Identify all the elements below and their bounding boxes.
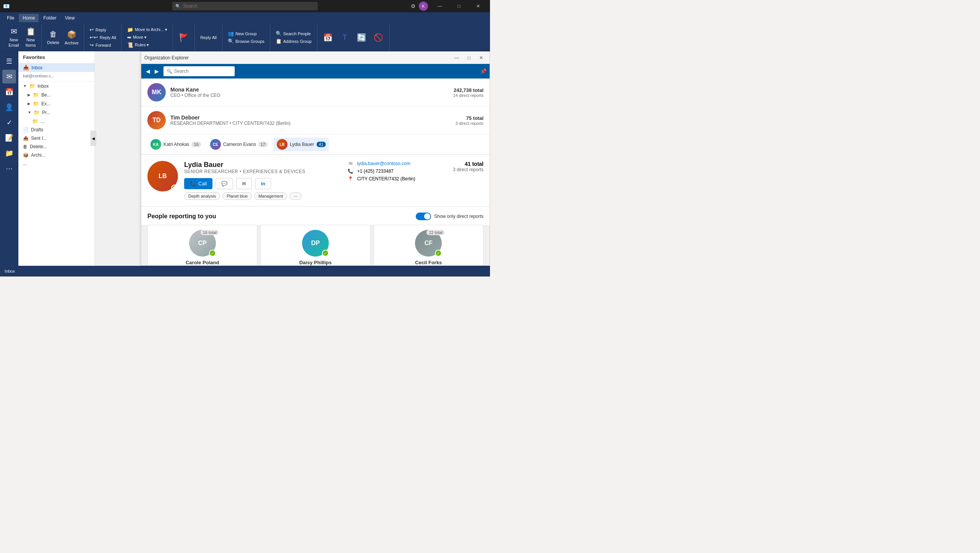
cecil-count-badge: 22 total (426, 230, 445, 235)
deleted-icon: 🗑 (23, 144, 28, 149)
settings-icon[interactable]: ⚙ (411, 3, 416, 9)
nav-drafts[interactable]: 📄 Drafts (18, 126, 95, 134)
sidebar-folder[interactable]: 📁 (2, 146, 16, 160)
circle-icon-btn[interactable]: 🔄 (354, 31, 369, 44)
delete-button[interactable]: 🗑 Delete (45, 28, 62, 46)
flag-button[interactable]: 🚩 (176, 31, 191, 44)
nav-collapse-button[interactable]: ◀ (90, 131, 96, 146)
menu-file[interactable]: File (3, 14, 18, 22)
report-card-cecil[interactable]: CF ✓ 22 total Cecil Forks PRINCIPAL RESE… (374, 225, 483, 265)
teams-icon-btn[interactable]: T (337, 31, 353, 43)
nav-inbox-tree[interactable]: ▼ 📁 Inbox (18, 82, 95, 90)
contact-email: ✉ lydia.bauer@contoso.com (347, 161, 447, 166)
nav-deleted[interactable]: 🗑 Delete... (18, 142, 95, 151)
person-card-stats: 41 total 3 direct reports (453, 161, 483, 172)
org-search-input[interactable] (163, 66, 235, 76)
direct-reports-toggle[interactable] (416, 213, 431, 220)
forward-button[interactable]: ↪ Forward (87, 41, 118, 49)
menu-view[interactable]: View (61, 14, 78, 22)
call-icon: 📞 (190, 181, 196, 187)
carole-status: ✓ (209, 250, 216, 257)
nav-subfolder-be[interactable]: ▶ 📁 Be... (18, 90, 95, 99)
tag-depth-analysis[interactable]: Depth analysis (184, 192, 220, 200)
menu-folder[interactable]: Folder (39, 14, 60, 22)
toggle-wrap: Show only direct reports (416, 213, 483, 220)
app-icon: 📧 (3, 3, 10, 9)
sidebar-toggle[interactable]: ☰ (2, 54, 16, 68)
ceo-avatar: MK (147, 83, 166, 101)
menu-home[interactable]: Home (19, 14, 39, 22)
breadcrumb-lydia[interactable]: LB Lydia Bauer 41 (274, 137, 329, 151)
org-pin-icon[interactable]: 📌 (480, 68, 487, 74)
sidebar-more[interactable]: ⋯ (2, 162, 16, 175)
circle-icon: 🔄 (357, 33, 366, 42)
report-card-carole[interactable]: CP ✓ 16 total Carole Poland PRINCIPAL GR… (147, 225, 257, 265)
status-bar: Inbox (0, 266, 490, 276)
minimize-button[interactable]: — (431, 0, 449, 12)
call-button[interactable]: 📞 Call (184, 178, 212, 189)
sidebar-calendar[interactable]: 📅 (2, 85, 16, 99)
browse-groups-button[interactable]: 🔍 Browse Groups (225, 38, 267, 45)
nav-deleted-label: Delete... (30, 144, 47, 149)
move-archive-button[interactable]: 📁 Move to Archi... ▾ (125, 26, 170, 33)
linkedin-button[interactable]: in (255, 178, 271, 189)
search-people-button[interactable]: 🔍 Search People (273, 30, 314, 37)
report-card-daisy[interactable]: DP ✓ Daisy Phillips PRINCIPAL PM EXPERIE… (260, 225, 370, 265)
tag-more[interactable]: ··· (289, 192, 301, 200)
linkedin-icon: in (261, 181, 265, 187)
contact-email-link[interactable]: lydia.bauer@contoso.com (357, 161, 410, 166)
new-items-button[interactable]: 📋 New Items (23, 25, 38, 49)
sidebar-tasks[interactable]: ✓ (2, 116, 16, 129)
email-icon: ✉ (347, 161, 354, 166)
block-icon-btn[interactable]: 🚫 (371, 31, 386, 44)
ceo-row[interactable]: MK Mona Kane CEO • Office of the CEO 242… (141, 79, 490, 106)
sidebar-mail[interactable]: ✉ (2, 70, 16, 83)
calendar-icon-btn[interactable]: 📅 (320, 31, 336, 44)
org-maximize-button[interactable]: □ (464, 54, 474, 62)
ribbon-group-delete: 🗑 Delete 📦 Archive (42, 24, 84, 51)
reply-all-button2[interactable]: Reply All (198, 34, 219, 41)
rules-button[interactable]: 📜 Rules ▾ (125, 41, 170, 49)
new-email-button[interactable]: ✉ New Email (6, 25, 21, 49)
breadcrumb-cameron[interactable]: CE Cameron Evans 17 (207, 137, 271, 151)
nav-archive[interactable]: 📦 Archi... (18, 151, 95, 159)
maximize-button[interactable]: □ (450, 0, 468, 12)
nav-more[interactable]: ... (18, 159, 95, 168)
sidebar-icons: ☰ ✉ 📅 👤 ✓ 📝 📁 ⋯ (0, 51, 18, 266)
address-group-button[interactable]: 📋 Address Group (273, 38, 314, 45)
email-button[interactable]: ✉ (236, 178, 252, 189)
reply-all-button[interactable]: ↩↩ Reply All (87, 34, 118, 41)
org-minimize-button[interactable]: — (451, 54, 462, 62)
nav-subfolder-inner[interactable]: 📁 ... (18, 117, 95, 126)
nav-inbox[interactable]: 📥 Inbox (18, 63, 95, 72)
ribbon-group-new: ✉ New Email 📋 New Items (3, 24, 42, 51)
nav-subfolder-pr[interactable]: ▼ 📁 Pr... (18, 108, 95, 117)
tag-planet-blue[interactable]: Planet blue (222, 192, 252, 200)
ceo-info: Mona Kane CEO • Office of the CEO (170, 87, 453, 98)
toggle-label: Show only direct reports (434, 214, 483, 219)
location-text: CITY CENTER/7432 (Berlin) (357, 176, 415, 182)
org-back-button[interactable]: ◀ (144, 67, 152, 75)
user-avatar-titlebar[interactable]: K (419, 2, 428, 11)
move-button[interactable]: ➡ Move ▾ (125, 34, 170, 41)
manager-reports: 3 direct reports (456, 121, 483, 126)
nav-inner-label: ... (41, 119, 44, 124)
breadcrumb-lydia-avatar: LB (277, 139, 287, 150)
nav-sent[interactable]: 📤 Sent I... (18, 134, 95, 142)
content-area: Organization Explorer — □ ✕ ◀ ▶ 🔍 📌 (95, 51, 490, 266)
move-archive-icon: 📁 (127, 27, 133, 33)
org-forward-button[interactable]: ▶ (153, 67, 160, 75)
reply-button[interactable]: ↩ Reply (87, 26, 118, 33)
manager-row[interactable]: TD Tim Deboer RESEARCH DEPARTMENT • CITY… (141, 106, 490, 134)
nav-subfolder-ex[interactable]: ▶ 📁 Ex... (18, 99, 95, 108)
new-group-button[interactable]: 👥 New Group (225, 30, 267, 37)
breadcrumb-katri[interactable]: KA Katri Ahokas 16 (147, 137, 204, 151)
close-button[interactable]: ✕ (469, 0, 487, 12)
org-close-button[interactable]: ✕ (476, 54, 487, 62)
sidebar-people[interactable]: 👤 (2, 100, 16, 114)
archive-button[interactable]: 📦 Archive (62, 28, 81, 47)
chat-button[interactable]: 💬 (216, 178, 233, 189)
search-input-titlebar[interactable] (172, 2, 318, 10)
tag-management[interactable]: Management (254, 192, 287, 200)
sidebar-notes[interactable]: 📝 (2, 131, 16, 145)
